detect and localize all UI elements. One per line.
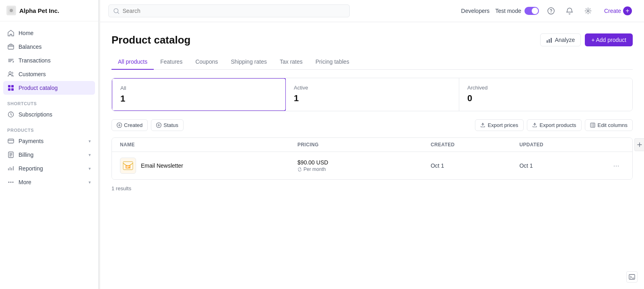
- filter-card-active-label: Active: [294, 85, 451, 91]
- tab-shipping-rates[interactable]: Shipping rates: [224, 54, 273, 70]
- pricing-cell: $90.00 USD Per month: [297, 159, 431, 172]
- sidebar-item-transactions[interactable]: Transactions: [3, 54, 95, 67]
- search-icon: [114, 8, 119, 14]
- export-products-icon: [532, 123, 537, 128]
- col-pricing: Pricing: [297, 142, 431, 148]
- status-filter-button[interactable]: Status: [151, 119, 184, 131]
- tab-tax-rates[interactable]: Tax rates: [273, 54, 309, 70]
- filter-card-all[interactable]: All 1: [111, 78, 286, 111]
- recurring-icon: [297, 167, 302, 172]
- col-updated: Updated: [519, 142, 608, 148]
- svg-rect-28: [629, 274, 635, 279]
- search-input[interactable]: [122, 8, 345, 14]
- search-bar[interactable]: [108, 4, 350, 17]
- customers-icon: [7, 71, 14, 78]
- export-products-label: Export products: [540, 122, 576, 128]
- svg-point-17: [587, 10, 589, 12]
- filter-card-all-label: All: [120, 85, 277, 91]
- product-name: Email Newsletter: [141, 162, 183, 169]
- svg-rect-20: [551, 38, 552, 43]
- col-name: Name: [120, 142, 297, 148]
- notifications-button[interactable]: [563, 4, 576, 17]
- filter-card-archived[interactable]: Archived 0: [459, 78, 632, 111]
- sidebar-item-subscriptions-label: Subscriptions: [19, 111, 52, 118]
- product-catalog-icon: [7, 84, 14, 91]
- svg-point-16: [551, 12, 551, 13]
- settings-button[interactable]: [582, 4, 594, 17]
- plus-icon: [637, 142, 642, 147]
- tab-pricing-tables[interactable]: Pricing tables: [309, 54, 356, 70]
- svg-rect-26: [126, 166, 130, 167]
- sidebar-item-billing[interactable]: Billing ▾: [3, 148, 95, 162]
- export-products-button[interactable]: Export products: [527, 119, 582, 131]
- sidebar-item-more[interactable]: More ▾: [3, 175, 95, 189]
- edit-columns-button[interactable]: Edit columns: [585, 119, 633, 131]
- svg-point-1: [10, 9, 13, 12]
- analyze-button[interactable]: Analyze: [540, 33, 581, 46]
- email-icon: [123, 161, 133, 170]
- svg-rect-7: [11, 88, 14, 91]
- table-header: Name Pricing Created Updated: [112, 138, 632, 152]
- export-icon: [480, 123, 485, 128]
- table-row[interactable]: Email Newsletter $90.00 USD Per month Oc…: [112, 152, 632, 179]
- col-actions: [608, 142, 624, 148]
- export-prices-button[interactable]: Export prices: [475, 119, 524, 131]
- sidebar-item-home[interactable]: Home: [3, 26, 95, 40]
- right-edge-add-button[interactable]: [634, 138, 644, 151]
- bell-icon: [566, 7, 573, 15]
- svg-point-11: [8, 182, 10, 183]
- reporting-chevron-icon: ▾: [89, 166, 91, 171]
- brand[interactable]: Alpha Pet Inc.: [0, 0, 98, 21]
- product-cell: Email Newsletter: [120, 158, 297, 174]
- sidebar-item-reporting-label: Reporting: [19, 165, 43, 172]
- toolbar: Created Status Export prices Export prod…: [111, 119, 633, 131]
- tab-coupons[interactable]: Coupons: [189, 54, 224, 70]
- filter-card-all-value: 1: [120, 94, 277, 104]
- svg-rect-18: [547, 40, 548, 43]
- sidebar-item-more-label: More: [19, 179, 31, 185]
- sidebar-item-home-label: Home: [19, 30, 33, 36]
- svg-rect-27: [126, 167, 128, 168]
- add-product-label: + Add product: [591, 37, 626, 43]
- help-button[interactable]: [545, 4, 557, 17]
- price-sub: Per month: [297, 166, 431, 172]
- edit-columns-label: Edit columns: [598, 122, 627, 128]
- sidebar-item-customers[interactable]: Customers: [3, 67, 95, 81]
- balances-icon: [7, 43, 14, 50]
- tab-all-products[interactable]: All products: [111, 54, 154, 70]
- sidebar-item-product-catalog[interactable]: Product catalog: [3, 81, 95, 95]
- toggle-switch[interactable]: [524, 7, 539, 15]
- sidebar-item-payments[interactable]: Payments ▾: [3, 134, 95, 148]
- updated-cell: Oct 1: [519, 162, 608, 169]
- row-more-button[interactable]: ···: [608, 161, 624, 171]
- export-prices-label: Export prices: [488, 122, 518, 128]
- sidebar-nav: Home Balances Transactions Customers Pro…: [0, 21, 98, 289]
- payments-chevron-icon: ▾: [89, 139, 91, 144]
- filter-card-active[interactable]: Active 1: [286, 78, 459, 111]
- filter-cards: All 1 Active 1 Archived 0: [111, 78, 633, 111]
- sidebar-item-customers-label: Customers: [19, 71, 46, 77]
- test-mode-toggle[interactable]: Test mode: [495, 7, 539, 15]
- created-filter-button[interactable]: Created: [111, 119, 148, 131]
- sidebar-item-balances[interactable]: Balances: [3, 40, 95, 54]
- page-actions: Analyze + Add product: [540, 33, 633, 46]
- terminal-button[interactable]: [626, 271, 638, 283]
- product-icon: [120, 158, 136, 174]
- create-button[interactable]: Create +: [600, 4, 636, 18]
- sidebar-item-subscriptions[interactable]: Subscriptions: [3, 108, 95, 121]
- svg-rect-9: [8, 139, 14, 143]
- svg-rect-2: [8, 45, 14, 49]
- payments-icon: [7, 137, 14, 145]
- svg-point-12: [10, 182, 12, 183]
- products-section-label: Products: [3, 125, 95, 134]
- chart-icon: [546, 37, 552, 43]
- brand-name: Alpha Pet Inc.: [19, 7, 59, 14]
- create-label: Create: [604, 8, 621, 14]
- toggle-knob: [532, 8, 538, 14]
- svg-rect-4: [8, 85, 10, 87]
- add-product-button[interactable]: + Add product: [585, 33, 633, 46]
- sidebar-item-reporting[interactable]: Reporting ▾: [3, 162, 95, 175]
- tab-features[interactable]: Features: [154, 54, 189, 70]
- developers-link[interactable]: Developers: [461, 8, 490, 14]
- plus-circle-icon: [117, 123, 122, 128]
